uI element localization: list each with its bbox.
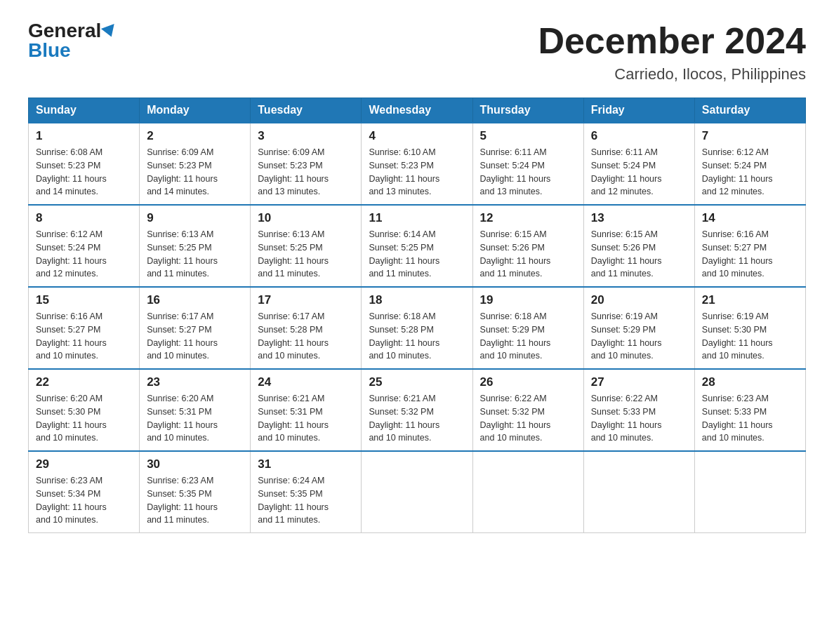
- weekday-header-monday: Monday: [140, 98, 251, 123]
- logo-general-line: General: [28, 21, 117, 41]
- day-info: Sunrise: 6:22 AMSunset: 5:32 PMDaylight:…: [480, 392, 576, 445]
- day-info: Sunrise: 6:17 AMSunset: 5:28 PMDaylight:…: [258, 310, 354, 363]
- day-number: 11: [369, 211, 465, 225]
- logo-blue-text: Blue: [28, 41, 71, 60]
- day-number: 21: [702, 293, 798, 307]
- day-number: 22: [36, 375, 132, 389]
- day-info: Sunrise: 6:22 AMSunset: 5:33 PMDaylight:…: [591, 392, 687, 445]
- day-number: 16: [147, 293, 243, 307]
- day-number: 3: [258, 129, 354, 143]
- day-info: Sunrise: 6:20 AMSunset: 5:31 PMDaylight:…: [147, 392, 243, 445]
- calendar-cell: 14Sunrise: 6:16 AMSunset: 5:27 PMDayligh…: [694, 205, 805, 287]
- day-info: Sunrise: 6:19 AMSunset: 5:29 PMDaylight:…: [591, 310, 687, 363]
- week-row-2: 8Sunrise: 6:12 AMSunset: 5:24 PMDaylight…: [29, 205, 806, 287]
- day-number: 18: [369, 293, 465, 307]
- calendar-cell: 8Sunrise: 6:12 AMSunset: 5:24 PMDaylight…: [29, 205, 140, 287]
- week-row-4: 22Sunrise: 6:20 AMSunset: 5:30 PMDayligh…: [29, 369, 806, 451]
- logo: General Blue: [28, 21, 117, 60]
- weekday-header-sunday: Sunday: [29, 98, 140, 123]
- calendar-cell: [362, 451, 472, 533]
- day-number: 8: [36, 211, 132, 225]
- day-info: Sunrise: 6:10 AMSunset: 5:23 PMDaylight:…: [369, 146, 465, 199]
- calendar-cell: [694, 451, 805, 533]
- calendar-cell: 16Sunrise: 6:17 AMSunset: 5:27 PMDayligh…: [140, 287, 251, 369]
- day-info: Sunrise: 6:16 AMSunset: 5:27 PMDaylight:…: [36, 310, 132, 363]
- weekday-header-friday: Friday: [583, 98, 694, 123]
- day-info: Sunrise: 6:14 AMSunset: 5:25 PMDaylight:…: [369, 228, 465, 281]
- day-number: 14: [702, 211, 798, 225]
- calendar-cell: 28Sunrise: 6:23 AMSunset: 5:33 PMDayligh…: [694, 369, 805, 451]
- weekday-header-wednesday: Wednesday: [362, 98, 472, 123]
- day-info: Sunrise: 6:23 AMSunset: 5:35 PMDaylight:…: [147, 474, 243, 527]
- day-info: Sunrise: 6:21 AMSunset: 5:32 PMDaylight:…: [369, 392, 465, 445]
- day-info: Sunrise: 6:17 AMSunset: 5:27 PMDaylight:…: [147, 310, 243, 363]
- calendar-cell: 30Sunrise: 6:23 AMSunset: 5:35 PMDayligh…: [140, 451, 251, 533]
- day-info: Sunrise: 6:09 AMSunset: 5:23 PMDaylight:…: [147, 146, 243, 199]
- day-info: Sunrise: 6:20 AMSunset: 5:30 PMDaylight:…: [36, 392, 132, 445]
- calendar-cell: 7Sunrise: 6:12 AMSunset: 5:24 PMDaylight…: [694, 123, 805, 205]
- weekday-header-tuesday: Tuesday: [251, 98, 362, 123]
- week-row-3: 15Sunrise: 6:16 AMSunset: 5:27 PMDayligh…: [29, 287, 806, 369]
- calendar-cell: 22Sunrise: 6:20 AMSunset: 5:30 PMDayligh…: [29, 369, 140, 451]
- day-info: Sunrise: 6:12 AMSunset: 5:24 PMDaylight:…: [702, 146, 798, 199]
- day-info: Sunrise: 6:19 AMSunset: 5:30 PMDaylight:…: [702, 310, 798, 363]
- day-number: 12: [480, 211, 576, 225]
- calendar-table: SundayMondayTuesdayWednesdayThursdayFrid…: [28, 98, 806, 533]
- calendar-cell: 15Sunrise: 6:16 AMSunset: 5:27 PMDayligh…: [29, 287, 140, 369]
- calendar-cell: 3Sunrise: 6:09 AMSunset: 5:23 PMDaylight…: [251, 123, 362, 205]
- week-row-5: 29Sunrise: 6:23 AMSunset: 5:34 PMDayligh…: [29, 451, 806, 533]
- day-info: Sunrise: 6:24 AMSunset: 5:35 PMDaylight:…: [258, 474, 354, 527]
- calendar-cell: 21Sunrise: 6:19 AMSunset: 5:30 PMDayligh…: [694, 287, 805, 369]
- logo-general-text: General: [28, 20, 101, 41]
- calendar-cell: 18Sunrise: 6:18 AMSunset: 5:28 PMDayligh…: [362, 287, 472, 369]
- day-info: Sunrise: 6:15 AMSunset: 5:26 PMDaylight:…: [480, 228, 576, 281]
- calendar-cell: 10Sunrise: 6:13 AMSunset: 5:25 PMDayligh…: [251, 205, 362, 287]
- weekday-header-row: SundayMondayTuesdayWednesdayThursdayFrid…: [29, 98, 806, 123]
- day-info: Sunrise: 6:08 AMSunset: 5:23 PMDaylight:…: [36, 146, 132, 199]
- weekday-header-thursday: Thursday: [472, 98, 583, 123]
- location-title: Carriedo, Ilocos, Philippines: [538, 65, 806, 83]
- calendar-cell: 9Sunrise: 6:13 AMSunset: 5:25 PMDaylight…: [140, 205, 251, 287]
- calendar-cell: 23Sunrise: 6:20 AMSunset: 5:31 PMDayligh…: [140, 369, 251, 451]
- week-row-1: 1Sunrise: 6:08 AMSunset: 5:23 PMDaylight…: [29, 123, 806, 205]
- day-info: Sunrise: 6:13 AMSunset: 5:25 PMDaylight:…: [258, 228, 354, 281]
- calendar-cell: [472, 451, 583, 533]
- title-block: December 2024 Carriedo, Ilocos, Philippi…: [538, 21, 806, 83]
- day-number: 7: [702, 129, 798, 143]
- calendar-cell: 12Sunrise: 6:15 AMSunset: 5:26 PMDayligh…: [472, 205, 583, 287]
- day-number: 5: [480, 129, 576, 143]
- day-number: 26: [480, 375, 576, 389]
- day-info: Sunrise: 6:23 AMSunset: 5:34 PMDaylight:…: [36, 474, 132, 527]
- calendar-cell: 2Sunrise: 6:09 AMSunset: 5:23 PMDaylight…: [140, 123, 251, 205]
- calendar-cell: 13Sunrise: 6:15 AMSunset: 5:26 PMDayligh…: [583, 205, 694, 287]
- day-number: 2: [147, 129, 243, 143]
- day-info: Sunrise: 6:09 AMSunset: 5:23 PMDaylight:…: [258, 146, 354, 199]
- day-number: 13: [591, 211, 687, 225]
- day-number: 27: [591, 375, 687, 389]
- calendar-cell: 6Sunrise: 6:11 AMSunset: 5:24 PMDaylight…: [583, 123, 694, 205]
- page-header: General Blue December 2024 Carriedo, Ilo…: [28, 21, 806, 83]
- day-number: 29: [36, 457, 132, 471]
- day-number: 4: [369, 129, 465, 143]
- calendar-cell: 25Sunrise: 6:21 AMSunset: 5:32 PMDayligh…: [362, 369, 472, 451]
- day-info: Sunrise: 6:11 AMSunset: 5:24 PMDaylight:…: [480, 146, 576, 199]
- calendar-cell: 31Sunrise: 6:24 AMSunset: 5:35 PMDayligh…: [251, 451, 362, 533]
- calendar-cell: 11Sunrise: 6:14 AMSunset: 5:25 PMDayligh…: [362, 205, 472, 287]
- day-number: 1: [36, 129, 132, 143]
- day-info: Sunrise: 6:18 AMSunset: 5:28 PMDaylight:…: [369, 310, 465, 363]
- calendar-cell: 4Sunrise: 6:10 AMSunset: 5:23 PMDaylight…: [362, 123, 472, 205]
- calendar-cell: 27Sunrise: 6:22 AMSunset: 5:33 PMDayligh…: [583, 369, 694, 451]
- day-info: Sunrise: 6:12 AMSunset: 5:24 PMDaylight:…: [36, 228, 132, 281]
- calendar-cell: [583, 451, 694, 533]
- day-number: 10: [258, 211, 354, 225]
- calendar-cell: 1Sunrise: 6:08 AMSunset: 5:23 PMDaylight…: [29, 123, 140, 205]
- month-title: December 2024: [538, 21, 806, 61]
- day-info: Sunrise: 6:13 AMSunset: 5:25 PMDaylight:…: [147, 228, 243, 281]
- day-info: Sunrise: 6:21 AMSunset: 5:31 PMDaylight:…: [258, 392, 354, 445]
- day-info: Sunrise: 6:11 AMSunset: 5:24 PMDaylight:…: [591, 146, 687, 199]
- day-number: 25: [369, 375, 465, 389]
- day-number: 23: [147, 375, 243, 389]
- day-number: 30: [147, 457, 243, 471]
- day-info: Sunrise: 6:16 AMSunset: 5:27 PMDaylight:…: [702, 228, 798, 281]
- weekday-header-saturday: Saturday: [694, 98, 805, 123]
